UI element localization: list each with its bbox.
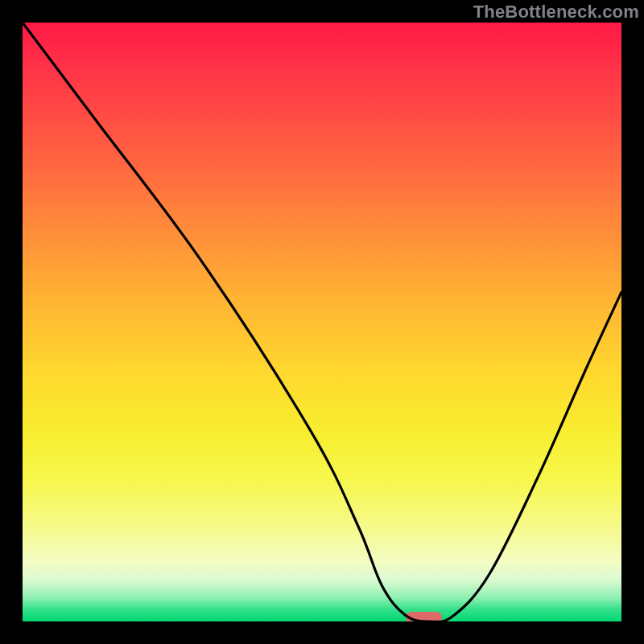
chart-frame: TheBottleneck.com <box>0 0 644 644</box>
bottleneck-curve <box>23 23 621 621</box>
watermark-text: TheBottleneck.com <box>473 2 639 23</box>
plot-area <box>23 23 621 621</box>
